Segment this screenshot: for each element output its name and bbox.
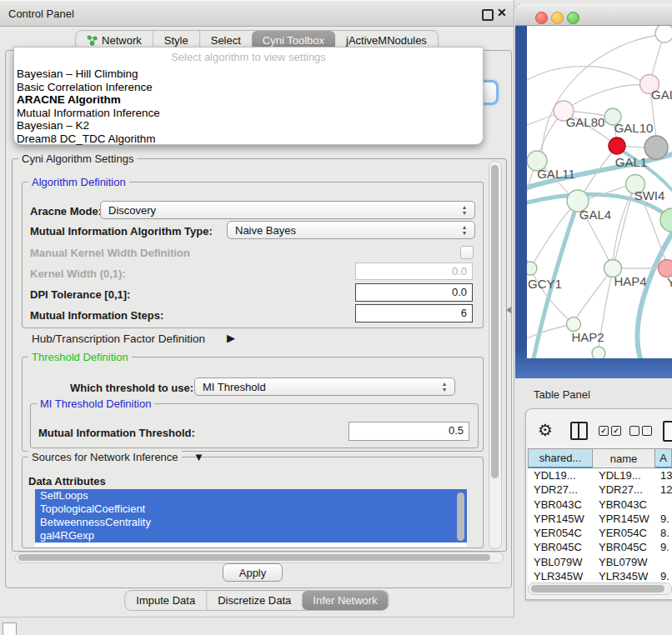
list-scrollbar-thumb[interactable] (457, 492, 464, 541)
table-cell[interactable]: YLR345W (593, 570, 655, 582)
table-cell[interactable]: YBR045C (593, 541, 655, 553)
tab-infer-network[interactable]: Infer Network (302, 591, 388, 610)
table-cell[interactable]: YER054C (528, 527, 593, 539)
table-cell[interactable]: YBR043C (593, 498, 655, 511)
network-edge[interactable] (527, 161, 537, 263)
network-node[interactable] (644, 136, 668, 159)
table-cell[interactable]: 9. (655, 512, 672, 525)
scrollbar-thumb[interactable] (18, 554, 490, 561)
table-horizontal-scrollbar[interactable] (528, 582, 672, 595)
dropdown-option[interactable]: Bayesian – K2 (14, 119, 483, 132)
scrollbar-thumb[interactable] (491, 165, 499, 478)
network-node-gal1[interactable] (609, 138, 625, 154)
table-cell[interactable]: YDL19... (593, 469, 655, 482)
table-cell[interactable]: YPR145W (593, 512, 655, 525)
column-header[interactable]: A (655, 448, 672, 468)
network-node-gcy1[interactable] (527, 262, 537, 275)
network-node[interactable] (655, 26, 672, 42)
network-edge[interactable] (527, 113, 557, 125)
dropdown-option[interactable]: Mutual Information Inference (14, 107, 483, 120)
network-edge[interactable] (542, 35, 659, 161)
settings-horizontal-scrollbar[interactable] (15, 552, 504, 563)
deselect-all-columns-icon[interactable] (629, 426, 652, 436)
network-graph[interactable]: GALGAL80GAL10GAL1GAL11GAL4SWI4HAP4YGCY1H… (527, 26, 672, 358)
mi-algorithm-type-select[interactable]: Naive Bayes ▴▾ (227, 221, 475, 239)
close-traffic-light-icon[interactable] (535, 12, 548, 24)
network-edge[interactable] (613, 192, 633, 268)
table-cell[interactable]: YBL079W (528, 556, 593, 568)
table-row[interactable]: YBR045CYBR045C9. (528, 540, 672, 554)
list-item[interactable]: BetweennessCentrality (35, 516, 467, 529)
table-cell[interactable]: YDR27... (593, 483, 655, 496)
table-cell[interactable]: 9. (655, 541, 672, 553)
expander-expanded-icon[interactable]: ▼ (190, 451, 208, 463)
table-row[interactable]: YDL19...YDL19...13 (528, 468, 672, 482)
table-row[interactable]: YBL079WYBL079W (528, 555, 672, 569)
network-icon (87, 35, 98, 46)
columns-icon[interactable] (570, 422, 588, 440)
float-window-icon[interactable] (482, 9, 494, 21)
table-cell[interactable]: YBR043C (528, 498, 593, 511)
table-cell[interactable]: YDR27... (528, 483, 593, 496)
aracne-mode-select[interactable]: Discovery ▴▾ (100, 201, 475, 219)
table-cell[interactable]: 13 (655, 469, 672, 482)
minimize-traffic-light-icon[interactable] (551, 12, 564, 24)
dropdown-option-selected[interactable]: ARACNE Algorithm (14, 93, 483, 107)
hub-definition-expander-label[interactable]: Hub/Transcription Factor Definition (32, 332, 205, 345)
zoom-traffic-light-icon[interactable] (567, 12, 579, 24)
network-node-label: SWI4 (634, 188, 665, 202)
scrollbar-thumb[interactable] (531, 585, 664, 592)
splitter-collapse-icon[interactable] (506, 307, 511, 313)
which-threshold-select[interactable]: MI Threshold ▴▾ (194, 378, 455, 396)
table-row[interactable]: YBR043CYBR043C (528, 498, 672, 512)
apply-button[interactable]: Apply (223, 563, 283, 582)
dpi-tolerance-field[interactable]: 0.0 (355, 283, 473, 302)
table-cell[interactable]: YBL079W (593, 556, 655, 568)
data-attributes-list[interactable]: SelfLoops TopologicalCoefficient Between… (35, 489, 467, 547)
expander-collapsed-icon[interactable]: ▶ (227, 332, 235, 344)
table-cell[interactable]: 12 (655, 483, 672, 496)
export-table-icon[interactable] (663, 421, 672, 442)
table-row[interactable]: YER054CYER054C8. (528, 526, 672, 540)
dropdown-option[interactable]: Dream8 DC_TDC Algorithm (14, 132, 483, 146)
network-node[interactable] (592, 347, 605, 358)
column-header[interactable]: name (593, 448, 655, 468)
network-window-titlebar[interactable] (515, 3, 672, 26)
dropdown-option[interactable]: Bayesian – Hill Climbing (14, 68, 483, 81)
tab-impute-data[interactable]: Impute Data (125, 591, 206, 610)
group-title: MI Threshold Definition (37, 398, 154, 410)
table-cell[interactable]: YLR345W (528, 570, 593, 582)
dropdown-option[interactable]: Basic Correlation Inference (14, 81, 483, 94)
table-cell[interactable]: YDL19... (528, 469, 593, 482)
mi-threshold-field[interactable]: 0.5 (349, 422, 469, 441)
network-node-label: HAP2 (571, 330, 604, 344)
table-cell[interactable]: 8. (655, 527, 672, 539)
column-header[interactable]: shared... (528, 448, 593, 468)
network-canvas[interactable]: GALGAL80GAL10GAL1GAL11GAL4SWI4HAP4YGCY1H… (527, 26, 672, 358)
network-node-label: GAL10 (614, 121, 654, 135)
select-all-columns-icon[interactable]: ✓✓ (599, 426, 621, 436)
table-cell[interactable]: YPR145W (528, 512, 593, 525)
table-row[interactable]: YPR145WYPR145W9. (528, 512, 672, 526)
close-icon[interactable]: ✕ (497, 6, 507, 19)
aracne-mode-label: Aracne Mode: (30, 205, 102, 218)
collapsed-panel-button[interactable] (3, 622, 17, 635)
table-row[interactable]: YDR27...YDR27...12 (528, 482, 672, 497)
table-row[interactable]: YLR345WYLR345W9. (528, 569, 672, 583)
gear-icon[interactable]: ⚙ (538, 420, 553, 440)
network-edge[interactable] (564, 85, 642, 111)
list-item[interactable]: TopologicalCoefficient (35, 502, 467, 516)
table-cell[interactable]: YER054C (593, 527, 655, 539)
tab-discretize-data[interactable]: Discretize Data (206, 591, 302, 610)
mi-steps-field[interactable]: 6 (355, 304, 473, 322)
manual-kernel-width-checkbox[interactable] (460, 246, 474, 259)
table-cell[interactable]: YBR045C (528, 541, 593, 553)
network-node-hap2[interactable] (567, 318, 581, 332)
settings-vertical-scrollbar[interactable] (489, 161, 502, 549)
table-cell[interactable]: 9. (655, 570, 672, 582)
list-item[interactable]: gal4RGexp (35, 529, 467, 542)
list-item[interactable]: SelfLoops (35, 489, 467, 502)
table-body: YDL19...YDL19...13YDR27...YDR27...12YBR0… (528, 468, 672, 586)
network-edge[interactable] (637, 233, 672, 358)
kernel-width-field[interactable]: 0.0 (355, 262, 473, 280)
